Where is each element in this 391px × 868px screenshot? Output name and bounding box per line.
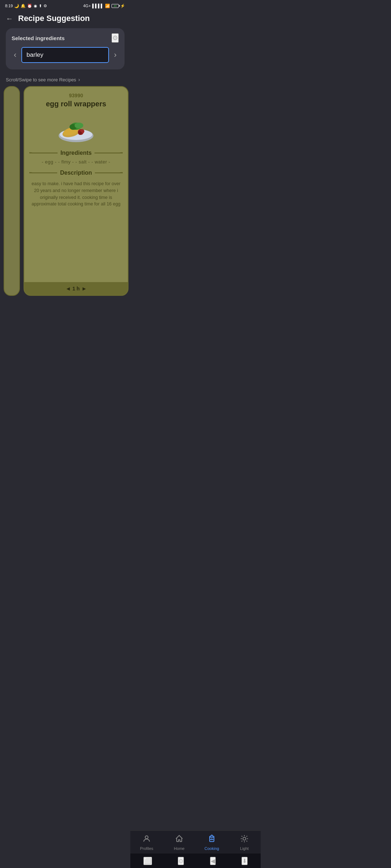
ingredients-section-title: Selected ingredients — [12, 35, 65, 41]
divider-right — [94, 153, 123, 153]
ingredient-nav: ‹ › — [12, 47, 119, 63]
settings-icon: ⚙ — [43, 4, 47, 8]
time-display: 8:19 — [5, 4, 13, 8]
scroll-hint: Scroll/Swipe to see more Recipes › — [0, 75, 130, 86]
moon-icon: 🌙 — [14, 4, 19, 8]
ingredients-card: Selected ingredients ⚙ ‹ › — [6, 28, 125, 69]
page-title: Recipe Suggestion — [18, 14, 90, 23]
divider-left — [29, 153, 58, 153]
network-label: 4G+ — [83, 4, 91, 8]
ingredients-header: Selected ingredients ⚙ — [12, 33, 119, 43]
description-section-label: Description — [60, 170, 92, 176]
ingredients-section-label: Ingredients — [60, 150, 92, 156]
recipe-id: 93990 — [29, 93, 123, 98]
main-recipe-card[interactable]: 93990 egg roll wrappers — [24, 86, 129, 296]
desc-divider-left — [29, 173, 57, 173]
signal-icon: ▌▌▌▌ — [92, 4, 104, 8]
svg-point-9 — [78, 131, 82, 135]
status-left: 8:19 🌙 🔔 ⏰ ◉ ⬆ ⚙ — [5, 4, 47, 8]
ingredients-divider: Ingredients — [29, 150, 123, 156]
ingredients-list: - egg - - flmy - - salt - - water - — [29, 159, 123, 165]
description-divider: Description — [29, 170, 123, 176]
nav-icon: ◉ — [34, 4, 37, 8]
status-right: 4G+ ▌▌▌▌ 📶 23 ⚡ — [83, 4, 125, 8]
settings-button[interactable]: ⚙ — [112, 33, 119, 43]
desc-divider-right — [95, 173, 123, 173]
recipe-name: egg roll wrappers — [29, 100, 123, 108]
back-button[interactable]: ← — [6, 14, 13, 23]
wifi-icon: 📶 — [105, 4, 110, 8]
food-plate-svg — [56, 113, 96, 144]
battery-indicator: 23 — [112, 4, 119, 8]
next-ingredient-button[interactable]: › — [112, 50, 119, 60]
charging-icon: ⚡ — [120, 4, 125, 8]
scroll-hint-text: Scroll/Swipe to see more Recipes — [6, 77, 76, 82]
cooking-time: 1 h — [72, 286, 80, 292]
scroll-hint-arrow: › — [78, 77, 80, 82]
silent-icon: 🔔 — [21, 4, 26, 8]
header: ← Recipe Suggestion — [0, 10, 130, 28]
status-bar: 8:19 🌙 🔔 ⏰ ◉ ⬆ ⚙ 4G+ ▌▌▌▌ 📶 23 ⚡ — [0, 0, 130, 10]
alarm-icon: ⏰ — [27, 4, 32, 8]
ingredient-input[interactable] — [21, 47, 109, 63]
recipes-area: 93990 egg roll wrappers — [0, 86, 130, 296]
prev-ingredient-button[interactable]: ‹ — [12, 50, 18, 60]
recipe-image — [29, 113, 123, 144]
description-text: easy to make. i have had this recipe for… — [29, 179, 123, 229]
side-recipe-card-left[interactable] — [4, 86, 20, 296]
svg-point-6 — [75, 123, 83, 128]
upload-icon: ⬆ — [39, 4, 42, 8]
time-badge: 1 h — [24, 282, 128, 295]
